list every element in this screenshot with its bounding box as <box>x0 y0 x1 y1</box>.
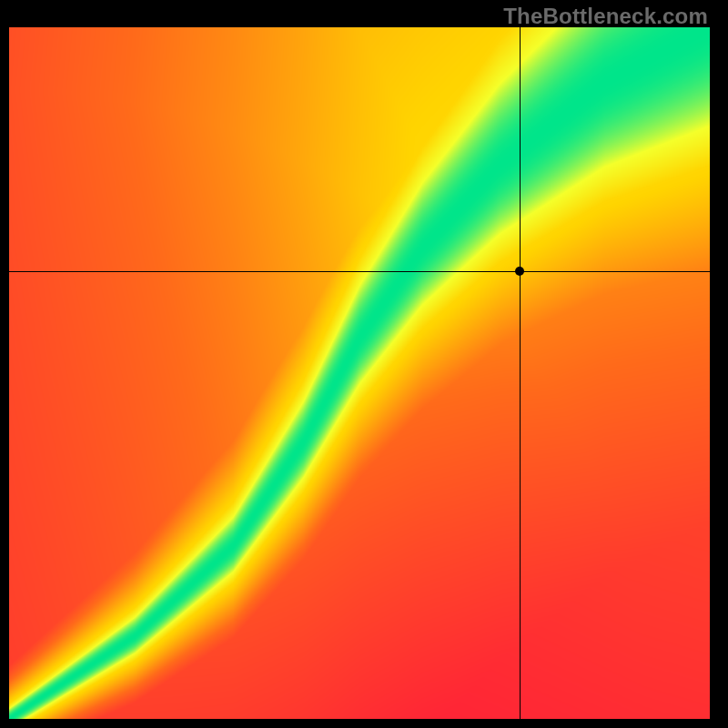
crosshair-horizontal <box>9 271 710 272</box>
chart-frame <box>9 27 710 719</box>
heatmap-canvas <box>9 27 710 719</box>
watermark-text: TheBottleneck.com <box>503 4 708 29</box>
data-point-marker <box>515 267 524 276</box>
crosshair-vertical <box>520 27 521 719</box>
